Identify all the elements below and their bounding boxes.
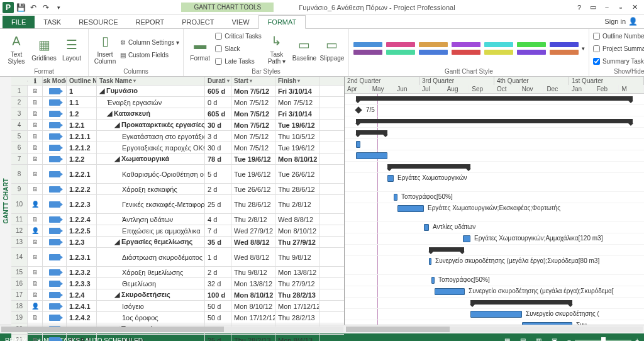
duration-cell[interactable]: 78 d (205, 154, 231, 164)
finish-cell[interactable]: Tue 26/6/12 (275, 165, 319, 183)
outline-cell[interactable]: 1.2.3.3 (67, 278, 97, 289)
start-cell[interactable]: Thu 28/2/13 (231, 335, 275, 341)
table-row[interactable]: 7🗎1.2.2◢ Χωματουργικά78 dTue 19/6/12Mon … (11, 154, 344, 165)
gantt-row[interactable]: Εργάτες Χωματουργικών;Αμμοχάλικα[120 m3] (345, 233, 644, 245)
outline-cell[interactable]: 1.2.4 (67, 289, 97, 300)
start-cell[interactable]: Mon 7/5/12 (231, 86, 275, 96)
gantt-row[interactable]: Συνεργείο σκυροδέτησης ( (345, 309, 644, 320)
milestone-icon[interactable] (355, 106, 362, 113)
outline-cell[interactable]: 1.2.2.1 (67, 165, 97, 183)
col-task-mode[interactable]: Task Mode▾ (43, 77, 67, 85)
task-mode-cell[interactable] (43, 86, 67, 96)
task-path-button[interactable]: ↳Task Path ▾ (264, 32, 289, 65)
duration-cell[interactable]: 605 d (205, 108, 231, 119)
start-cell[interactable]: Thu 9/8/12 (231, 267, 275, 277)
gantt-row[interactable] (345, 139, 644, 150)
table-row[interactable]: 9🗎1.2.2.2Χάραξη εκσκαφής2 dTue 26/6/12Th… (11, 184, 344, 195)
summary-bar[interactable] (356, 119, 633, 123)
outline-cell[interactable]: 1.2.1.2 (67, 142, 97, 153)
row-number[interactable]: 9 (11, 184, 28, 194)
col-outline[interactable]: Outline Number▾ (67, 77, 97, 85)
finish-cell[interactable]: Thu 27/9/12 (275, 278, 319, 289)
start-cell[interactable]: Mon 17/12/12 (231, 312, 275, 323)
view-shortcut-team[interactable]: ▥ (536, 337, 541, 342)
task-mode-cell[interactable] (43, 237, 67, 247)
gantt-row[interactable]: Συνεργείο σκυροδέτησης (μεγάλα έργα);Σκυ… (345, 256, 644, 275)
task-mode-cell[interactable] (43, 97, 67, 108)
task-name-cell[interactable]: Καθαρισμός-Οριοθέτηση οικοπέδου (97, 165, 205, 183)
task-mode-cell[interactable] (43, 214, 67, 225)
tab-task[interactable]: TASK (35, 16, 70, 28)
start-cell[interactable]: Wed 8/8/12 (231, 248, 275, 266)
gantt-row[interactable]: Τοπογράφος[50%] (345, 275, 644, 286)
row-number[interactable]: 11 (11, 214, 28, 225)
table-row[interactable]: 17🗎1.2.4◢ Σκυροδετήσεις100 dMon 8/10/12T… (11, 289, 344, 301)
row-number[interactable]: 4 (11, 120, 28, 130)
summary-bar[interactable] (356, 96, 633, 101)
duration-cell[interactable]: 5 d (205, 165, 231, 183)
row-number[interactable]: 14 (11, 248, 28, 266)
duration-cell[interactable]: 605 d (205, 86, 231, 96)
task-name-cell[interactable]: Άντληση υδάτων (97, 214, 205, 225)
task-mode-cell[interactable] (43, 120, 67, 130)
tab-format[interactable]: FORMAT (258, 15, 306, 29)
help-button[interactable]: ? (574, 2, 585, 13)
custom-fields-button[interactable]: ▤ Custom Fields (120, 49, 179, 60)
table-row[interactable]: 10👤1.2.2.3Γενικές εκσκαφές-Μεταφορά προϊ… (11, 195, 344, 214)
gantt-row[interactable] (345, 94, 644, 105)
row-number[interactable]: 15 (11, 267, 28, 277)
row-number[interactable]: 16 (11, 278, 28, 289)
row-number[interactable]: 1 (11, 86, 28, 96)
task-name-cell[interactable]: ◢ Προκαταρκτικές εργασίες (97, 120, 205, 130)
task-name-cell[interactable]: Έναρξη εργασιών (97, 97, 205, 108)
start-cell[interactable]: Mon 7/5/12 (231, 131, 275, 142)
col-finish[interactable]: Finish▾ (275, 77, 319, 85)
task-bar[interactable] (356, 152, 387, 159)
start-cell[interactable]: Thu 2/8/12 (231, 214, 275, 225)
slippage-button[interactable]: ▭Slippage (319, 36, 345, 62)
late-tasks-check[interactable]: Late Tasks (215, 55, 262, 67)
horizontal-scrollbars[interactable] (0, 325, 644, 333)
task-bar[interactable] (463, 235, 470, 242)
task-name-cell[interactable]: ◢ Γυμνάσιο (97, 86, 205, 96)
outline-cell[interactable]: 1.2.4.1 (67, 301, 97, 311)
table-row[interactable]: 16🗎1.2.3.3Θεμελίωση32 dMon 13/8/12Thu 27… (11, 278, 344, 289)
restore-button[interactable]: ▫ (615, 2, 626, 13)
slack-check[interactable]: Slack (215, 43, 262, 54)
gantt-row[interactable]: Εργάτες Χωματουργικών (345, 173, 644, 192)
view-shortcut-gantt[interactable]: ▦ (504, 337, 510, 342)
table-row[interactable]: 18👤1.2.4.1Ισόγειο50 dMon 8/10/12Mon 17/1… (11, 301, 344, 312)
gantt-row[interactable] (345, 116, 644, 128)
start-cell[interactable]: Mon 7/5/12 (231, 97, 275, 108)
finish-cell[interactable]: Thu 28/6/12 (275, 184, 319, 194)
finish-cell[interactable]: Fri 3/10/14 (275, 108, 319, 119)
outline-cell[interactable]: 1.2.2.4 (67, 214, 97, 225)
outline-cell[interactable]: 1.2 (67, 108, 97, 119)
task-bar[interactable] (429, 258, 431, 265)
gantt-row[interactable]: Συνεργείο σκυροδέτησης (μεγάλα έργα);Σκυ… (345, 286, 644, 298)
table-row[interactable]: 14🗎1.2.3.1Διάστρωση σκυροδέματος καθαριό… (11, 248, 344, 267)
format-bar-button[interactable]: ▬Format (187, 36, 213, 62)
duration-cell[interactable]: 2 d (205, 184, 231, 194)
critical-tasks-check[interactable]: Critical Tasks (215, 30, 262, 42)
outline-cell[interactable]: 1.2.3.1 (67, 248, 97, 266)
gantt-row[interactable] (345, 245, 644, 256)
duration-cell[interactable]: 3 d (205, 131, 231, 142)
start-cell[interactable]: Mon 7/5/12 (231, 108, 275, 119)
sign-in-link[interactable]: Sign in👤 (598, 14, 644, 28)
finish-cell[interactable]: Thu 9/8/12 (275, 248, 319, 266)
gantt-row[interactable]: Συν (345, 320, 644, 325)
task-name-cell[interactable]: Γενικές εκσκαφές-Μεταφορά προϊόντων εκσκ… (97, 195, 205, 213)
zoom-slider[interactable]: − + (567, 337, 639, 342)
outline-cell[interactable]: 1.2.2.2 (67, 184, 97, 194)
tab-project[interactable]: PROJECT (173, 16, 223, 28)
outline-cell[interactable]: 1.1 (67, 97, 97, 108)
start-cell[interactable]: Mon 7/5/12 (231, 142, 275, 153)
gantt-style-gallery[interactable]: ▾ (353, 30, 585, 67)
task-mode-cell[interactable] (43, 225, 67, 236)
finish-cell[interactable]: Tue 19/6/12 (275, 120, 319, 130)
outline-cell[interactable]: 1.2.1.1 (67, 131, 97, 142)
outline-cell[interactable]: 1.2.4.2 (67, 312, 97, 323)
row-number[interactable]: 18 (11, 301, 28, 311)
table-row[interactable]: 11🗎1.2.2.4Άντληση υδάτων4 dThu 2/8/12Wed… (11, 214, 344, 225)
